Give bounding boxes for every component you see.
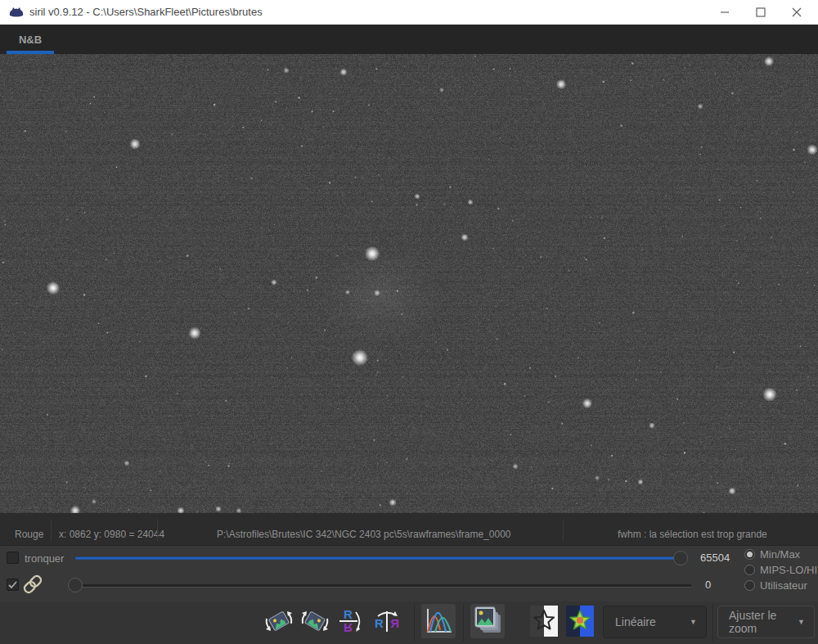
radio-icon bbox=[744, 549, 755, 560]
minimize-button[interactable] bbox=[707, 0, 743, 25]
rotate-right-button[interactable] bbox=[299, 606, 330, 637]
siril-window: siril v0.9.12 - C:\Users\SharkFleet\Pict… bbox=[0, 0, 818, 644]
chevron-down-icon: ▼ bbox=[798, 618, 805, 626]
svg-text:R: R bbox=[390, 616, 399, 630]
link-icon bbox=[21, 573, 44, 596]
tab-label: N&B bbox=[19, 34, 42, 46]
truncate-label: tronquer bbox=[25, 552, 64, 565]
mode-radio-minmax[interactable]: Min/Max bbox=[744, 548, 800, 561]
histogram-icon bbox=[422, 605, 455, 637]
flip-vertical-button[interactable]: R R bbox=[335, 606, 366, 637]
status-message: fwhm : la sélection est trop grande bbox=[618, 529, 767, 540]
status-coordinates: x: 0862 y: 0980 = 24044 bbox=[59, 529, 164, 540]
negative-view-button[interactable] bbox=[530, 606, 558, 637]
truncate-checkbox[interactable] bbox=[7, 552, 19, 564]
lo-cutoff-slider[interactable] bbox=[72, 584, 691, 588]
hi-cutoff-slider[interactable] bbox=[75, 556, 687, 560]
display-controls-panel: tronquer 65504 0 Min/Max MIPS-LO bbox=[0, 545, 818, 601]
star-detection-button[interactable] bbox=[566, 606, 594, 637]
svg-text:R: R bbox=[344, 607, 353, 621]
radio-label: Utilisateur bbox=[760, 579, 807, 592]
mode-radio-mips[interactable]: MIPS-LO/HI bbox=[744, 564, 817, 576]
link-channels-checkbox[interactable] bbox=[7, 579, 19, 591]
statusbar: Rouge x: 0862 y: 0980 = 24044 P:\Astrofi… bbox=[0, 513, 818, 545]
tab-nb[interactable]: N&B bbox=[7, 25, 54, 54]
lo-cutoff-value: 0 bbox=[705, 579, 711, 591]
status-separator bbox=[563, 520, 564, 541]
display-mode-value: Linéaire bbox=[615, 615, 656, 628]
close-button[interactable] bbox=[779, 0, 815, 25]
maximize-button[interactable] bbox=[743, 0, 779, 25]
checkmark-icon bbox=[8, 581, 17, 589]
toolbar: R R R R bbox=[0, 601, 818, 644]
svg-text:R: R bbox=[375, 616, 384, 630]
flip-vertical-icon: R R bbox=[336, 606, 366, 636]
radio-label: Min/Max bbox=[760, 548, 800, 561]
rotate-left-icon bbox=[263, 606, 294, 637]
rotate-right-icon bbox=[299, 606, 330, 637]
adjust-zoom-label: Ajuster le zoom bbox=[729, 609, 798, 635]
flip-horizontal-button[interactable]: R R bbox=[371, 606, 402, 637]
window-title: siril v0.9.12 - C:\Users\SharkFleet\Pict… bbox=[29, 6, 263, 18]
image-stack-icon bbox=[471, 605, 504, 637]
tab-bar: N&B bbox=[0, 25, 818, 54]
status-separator bbox=[51, 520, 52, 541]
status-separator bbox=[157, 520, 158, 541]
siril-logo-icon bbox=[8, 7, 25, 18]
radio-icon bbox=[744, 565, 755, 575]
image-canvas[interactable] bbox=[0, 54, 818, 513]
mode-radio-user[interactable]: Utilisateur bbox=[744, 579, 807, 592]
star-detection-icon bbox=[566, 606, 594, 637]
negative-view-icon bbox=[530, 606, 558, 637]
lo-slider-handle[interactable] bbox=[68, 578, 83, 592]
svg-text:R: R bbox=[344, 621, 353, 635]
display-mode-dropdown[interactable]: Linéaire ▼ bbox=[603, 606, 707, 638]
hi-slider-handle[interactable] bbox=[673, 551, 688, 565]
radio-icon bbox=[744, 580, 755, 591]
titlebar: siril v0.9.12 - C:\Users\SharkFleet\Pict… bbox=[0, 0, 818, 25]
flip-horizontal-icon: R R bbox=[372, 606, 402, 636]
histogram-button[interactable] bbox=[421, 604, 456, 638]
radio-label: MIPS-LO/HI bbox=[760, 564, 817, 576]
hi-cutoff-value: 65504 bbox=[700, 552, 730, 564]
rotate-left-button[interactable] bbox=[263, 606, 294, 637]
toolbar-separator bbox=[712, 604, 713, 642]
status-channel: Rouge bbox=[15, 529, 43, 540]
image-stack-button[interactable] bbox=[470, 604, 505, 638]
adjust-zoom-button[interactable]: Ajuster le zoom ▼ bbox=[717, 606, 815, 638]
chevron-down-icon: ▼ bbox=[690, 618, 697, 626]
toolbar-separator bbox=[414, 604, 415, 642]
toolbar-separator bbox=[463, 604, 464, 642]
status-filepath: P:\Astrofiles\Brutes\IC 342\NGC 2403 pc\… bbox=[217, 529, 511, 540]
